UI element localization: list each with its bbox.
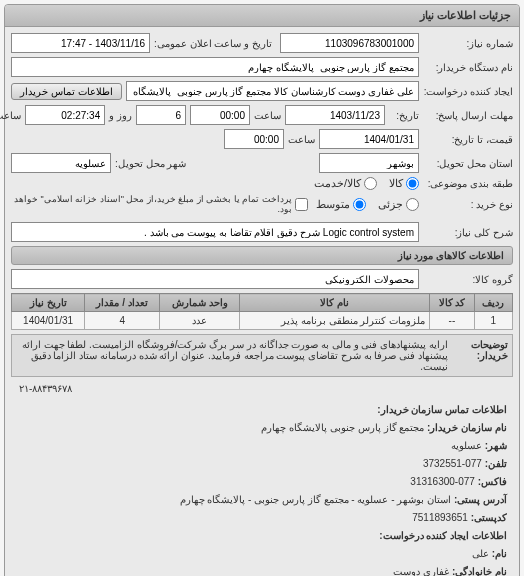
- price-label: قیمت، تا تاریخ:: [423, 134, 513, 145]
- details-panel: جزئیات اطلاعات نیاز شماره نیاز: تاریخ و …: [4, 4, 520, 576]
- contact-section-title: اطلاعات تماس سازمان خریدار:: [377, 404, 507, 415]
- col-code: کد کالا: [430, 294, 474, 312]
- requester-label: ایجاد کننده درخواست:: [423, 86, 513, 97]
- deadline-date-field[interactable]: [285, 105, 385, 125]
- name-label: نام:: [492, 548, 507, 559]
- col-date: تاریخ نیاز: [12, 294, 85, 312]
- cell-code: --: [430, 312, 474, 330]
- city2-label: شهر:: [485, 440, 507, 451]
- postcode-label: کدپستی:: [471, 512, 507, 523]
- org-label: نام سازمان خریدار:: [427, 422, 507, 433]
- city2-value: عسلویه: [451, 440, 482, 451]
- deadline-label: مهلت ارسال پاسخ:: [423, 110, 513, 121]
- col-name: نام کالا: [240, 294, 430, 312]
- days-remaining-field[interactable]: [136, 105, 186, 125]
- city-field[interactable]: [11, 153, 111, 173]
- budget-label: طبقه بندی موضوعی:: [423, 178, 513, 189]
- city-label: شهر محل تحویل:: [115, 158, 186, 169]
- type-radio-group: جزئی متوسط: [316, 198, 419, 211]
- buyer-org-field[interactable]: [11, 57, 419, 77]
- deadline-time-field[interactable]: [190, 105, 250, 125]
- radio-small-input[interactable]: [406, 198, 419, 211]
- desc-title-label: شرح کلی نیاز:: [423, 227, 513, 238]
- budget-radio-group: کالا کالا/خدمت: [314, 177, 419, 190]
- type-label: نوع خرید :: [423, 199, 513, 210]
- goods-group-field[interactable]: [11, 269, 419, 289]
- col-qty: تعداد / مقدار: [85, 294, 160, 312]
- buyer-notes-label: توضیحات خریدار:: [448, 339, 508, 372]
- contact-info-block: اطلاعات تماس سازمان خریدار: نام سازمان خ…: [11, 396, 513, 576]
- radio-medium-input[interactable]: [353, 198, 366, 211]
- table-row[interactable]: 1 -- ملزومات کنترلر منطقی برنامه پذیر عد…: [12, 312, 513, 330]
- lastname-value: غفاری دوست: [393, 566, 449, 576]
- phone-label: تلفن:: [485, 458, 507, 469]
- remaining-label: ساعت باقی مانده: [0, 110, 21, 121]
- requester-title: اطلاعات ایجاد کننده درخواست:: [379, 530, 507, 541]
- postal-label: آدرس پستی:: [454, 494, 507, 505]
- cell-name: ملزومات کنترلر منطقی برنامه پذیر: [240, 312, 430, 330]
- postal-value: استان بوشهر - عسلویه - مجتمع گاز پارس جن…: [180, 494, 452, 505]
- price-date-field[interactable]: [319, 129, 419, 149]
- contact-info-button[interactable]: اطلاعات تماس خریدار: [11, 83, 122, 100]
- request-number-label: شماره نیاز:: [423, 38, 513, 49]
- cell-idx: 1: [474, 312, 512, 330]
- time-remaining-field[interactable]: [25, 105, 105, 125]
- panel-body: شماره نیاز: تاریخ و ساعت اعلان عمومی: نا…: [5, 27, 519, 576]
- cell-date: 1404/01/31: [12, 312, 85, 330]
- deadline-time-label: ساعت: [254, 110, 281, 121]
- panel-title: جزئیات اطلاعات نیاز: [5, 5, 519, 27]
- requester-field[interactable]: [126, 81, 419, 101]
- radio-goods-label: کالا: [389, 177, 403, 190]
- price-time-field[interactable]: [224, 129, 284, 149]
- desc-title-field[interactable]: [11, 222, 419, 242]
- payment-checkbox[interactable]: پرداخت تمام یا بخشی از مبلغ خرید،از محل …: [11, 194, 308, 214]
- announcement-datetime-field[interactable]: [11, 33, 150, 53]
- buyer-org-label: نام دستگاه خریدار:: [423, 62, 513, 73]
- payment-checkbox-input[interactable]: [295, 198, 308, 211]
- radio-goods[interactable]: کالا: [389, 177, 419, 190]
- col-row: ردیف: [474, 294, 512, 312]
- radio-goods-input[interactable]: [406, 177, 419, 190]
- goods-section-title: اطلاعات کالاهای مورد نیاز: [11, 246, 513, 265]
- announcement-label: تاریخ و ساعت اعلان عمومی:: [154, 38, 272, 49]
- radio-small[interactable]: جزئی: [378, 198, 419, 211]
- radio-small-label: جزئی: [378, 198, 403, 211]
- radio-service-label: کالا/خدمت: [314, 177, 361, 190]
- org-value: مجتمع گاز پارس جنوبی پالایشگاه چهارم: [261, 422, 424, 433]
- goods-group-label: گروه کالا:: [423, 274, 513, 285]
- fax-value: 077-31316300: [410, 476, 475, 487]
- days-label: روز و: [109, 110, 132, 121]
- phone-value: 077-3732551: [423, 458, 482, 469]
- province-field[interactable]: [319, 153, 419, 173]
- cell-unit: عدد: [160, 312, 240, 330]
- buyer-notes-box: توضیحات خریدار: ارایه پیشنهادهای فنی و م…: [11, 334, 513, 377]
- radio-service-input[interactable]: [364, 177, 377, 190]
- payment-note: پرداخت تمام یا بخشی از مبلغ خرید،از محل …: [11, 194, 292, 214]
- name-value: علی: [472, 548, 489, 559]
- lastname-label: نام خانوادگی:: [452, 566, 507, 576]
- request-number-field[interactable]: [280, 33, 419, 53]
- radio-service[interactable]: کالا/خدمت: [314, 177, 377, 190]
- col-unit: واحد شمارش: [160, 294, 240, 312]
- buyer-notes-text: ارایه پیشنهادهای فنی و مالی به صورت جداگ…: [16, 339, 448, 372]
- contact-number: ۲۱-۸۸۴۳۹۶۷۸: [11, 381, 513, 396]
- radio-medium[interactable]: متوسط: [316, 198, 366, 211]
- fax-label: فاکس:: [478, 476, 507, 487]
- price-time-label: ساعت: [288, 134, 315, 145]
- province-label: استان محل تحویل:: [423, 158, 513, 169]
- radio-medium-label: متوسط: [316, 198, 350, 211]
- goods-table: ردیف کد کالا نام کالا واحد شمارش تعداد /…: [11, 293, 513, 330]
- postcode-value: 7511893651: [412, 512, 468, 523]
- cell-qty: 4: [85, 312, 160, 330]
